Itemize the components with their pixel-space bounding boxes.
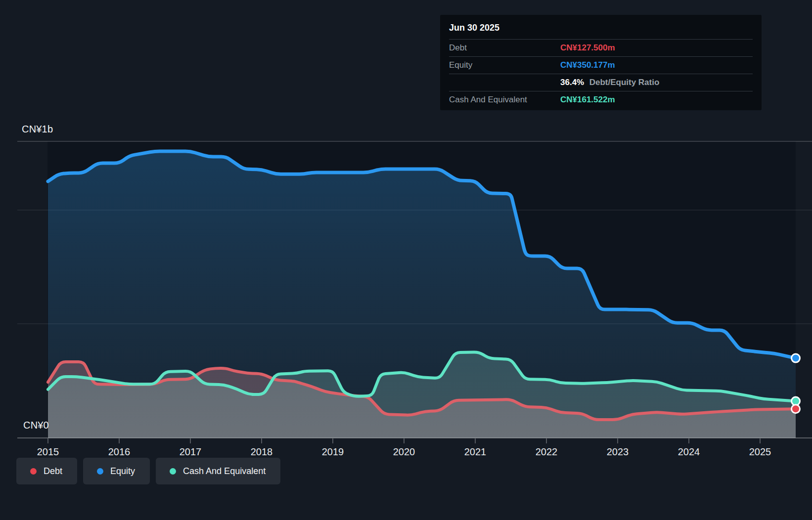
tooltip-row-cash: Cash And Equivalent CN¥161.522m xyxy=(449,91,753,108)
tooltip-row-ratio: 36.4% Debt/Equity Ratio xyxy=(449,74,753,91)
tooltip-equity-value: CN¥350.177m xyxy=(560,60,615,70)
legend-item-equity[interactable]: Equity xyxy=(83,458,150,484)
x-tick-label-2021: 2021 xyxy=(464,446,487,457)
x-tick-label-2020: 2020 xyxy=(393,446,415,457)
tooltip-ratio-label: Debt/Equity Ratio xyxy=(589,78,660,87)
x-tick-label-2022: 2022 xyxy=(536,446,558,457)
tooltip-row-debt: Debt CN¥127.500m xyxy=(449,39,753,56)
endpoint-dot-debt xyxy=(792,405,800,413)
legend-equity-label: Equity xyxy=(110,466,135,477)
tooltip-debt-label: Debt xyxy=(449,43,560,53)
tooltip-debt-value: CN¥127.500m xyxy=(560,43,615,53)
debt-dot-icon xyxy=(30,468,37,475)
legend-item-cash[interactable]: Cash And Equivalent xyxy=(156,458,280,484)
x-tick-label-2018: 2018 xyxy=(251,446,273,457)
x-tick-label-2023: 2023 xyxy=(607,446,629,457)
tooltip-equity-label: Equity xyxy=(449,60,560,70)
x-tick-label-2017: 2017 xyxy=(180,446,202,457)
y-axis-zero-label: CN¥0 xyxy=(23,420,49,431)
tooltip-cash-value: CN¥161.522m xyxy=(560,95,615,105)
legend-item-debt[interactable]: Debt xyxy=(16,458,77,484)
x-tick-label-2025: 2025 xyxy=(749,446,771,457)
legend-cash-label: Cash And Equivalent xyxy=(183,466,266,477)
legend-debt-label: Debt xyxy=(44,466,62,477)
x-tick-label-2019: 2019 xyxy=(322,446,344,457)
debt-equity-history-chart: 2015201620172018201920202021202220232024… xyxy=(0,0,812,520)
x-tick-label-2024: 2024 xyxy=(678,446,700,457)
tooltip-ratio-value: 36.4% xyxy=(560,78,584,87)
cash-dot-icon xyxy=(170,468,176,475)
tooltip-date: Jun 30 2025 xyxy=(449,20,753,39)
equity-dot-icon xyxy=(97,468,103,475)
x-tick-label-2015: 2015 xyxy=(37,446,59,457)
y-axis-max-label: CN¥1b xyxy=(22,124,53,135)
x-tick-label-2016: 2016 xyxy=(108,446,131,457)
tooltip-row-equity: Equity CN¥350.177m xyxy=(449,56,753,74)
tooltip-cash-label: Cash And Equivalent xyxy=(449,95,560,105)
endpoint-dot-equity xyxy=(792,354,800,362)
hover-tooltip: Jun 30 2025 Debt CN¥127.500m Equity CN¥3… xyxy=(440,15,762,110)
chart-legend: Debt Equity Cash And Equivalent xyxy=(16,458,280,484)
